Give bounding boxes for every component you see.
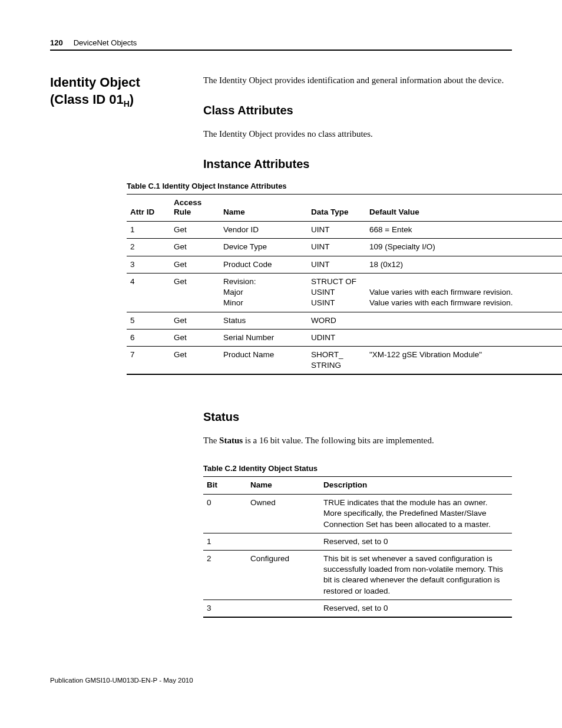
section-title-line2-pre: (Class ID 01 bbox=[50, 92, 124, 107]
table1-caption: Table C.1 Identity Object Instance Attri… bbox=[127, 182, 562, 190]
table-cell: UDINT bbox=[308, 329, 366, 346]
page-number: 120 bbox=[50, 38, 63, 47]
table-cell: Product Code bbox=[220, 256, 308, 273]
table-cell: Vendor ID bbox=[220, 222, 308, 239]
status-text: The Status is a 16 bit value. The follow… bbox=[203, 434, 512, 447]
chapter-title: DeviceNet Objects bbox=[74, 38, 137, 47]
table-cell: 6 bbox=[127, 329, 170, 346]
footer-publication: Publication GMSI10-UM013D-EN-P - May 201… bbox=[50, 677, 512, 684]
table-cell: Get bbox=[170, 239, 220, 256]
section-title-line2-post: ) bbox=[130, 92, 134, 107]
class-attributes-text: The Identity Object provides no class at… bbox=[203, 128, 512, 141]
table1-head-1: Attr ID bbox=[127, 194, 170, 222]
table-cell: Device Type bbox=[220, 239, 308, 256]
table1-head-3: Name bbox=[220, 194, 308, 222]
section-intro: The Identity Object provides identificat… bbox=[203, 74, 512, 87]
table-row: 1GetVendor IDUINT668 = Entek bbox=[127, 222, 562, 239]
table-cell: 18 (0x12) bbox=[366, 256, 562, 273]
table-row: 3Reserved, set to 0 bbox=[203, 599, 512, 617]
table-cell: Get bbox=[170, 273, 220, 312]
table-cell: Serial Number bbox=[220, 329, 308, 346]
table-cell bbox=[366, 312, 562, 329]
table2-caption: Table C.2 Identity Object Status bbox=[203, 464, 512, 473]
table-cell: This bit is set whenever a saved configu… bbox=[320, 550, 512, 599]
table-cell: Get bbox=[170, 329, 220, 346]
table-row: 2ConfiguredThis bit is set whenever a sa… bbox=[203, 550, 512, 599]
status-table: Bit Name Description 0OwnedTRUE indicate… bbox=[203, 476, 512, 618]
table-cell: TRUE indicates that the module has an ow… bbox=[320, 495, 512, 533]
table-cell: 5 bbox=[127, 312, 170, 329]
table-cell: UINT bbox=[308, 256, 366, 273]
table-cell: SHORT_ STRING bbox=[308, 347, 366, 375]
table-cell: UINT bbox=[308, 222, 366, 239]
status-text-pre: The bbox=[203, 436, 219, 445]
table-cell: 0 bbox=[203, 495, 247, 533]
table-cell: UINT bbox=[308, 239, 366, 256]
status-text-bold: Status bbox=[219, 436, 243, 445]
table-row: 4GetRevision: Major MinorSTRUCT OF USINT… bbox=[127, 273, 562, 312]
table-cell: Configured bbox=[247, 550, 320, 599]
instance-attributes-table: Attr ID Access Rule Name Data Type Defau… bbox=[127, 194, 562, 375]
table-cell bbox=[366, 329, 562, 346]
table-cell: 7 bbox=[127, 347, 170, 375]
table-cell: Revision: Major Minor bbox=[220, 273, 308, 312]
table-row: 5GetStatusWORD bbox=[127, 312, 562, 329]
table-cell: 1 bbox=[203, 533, 247, 550]
table-cell bbox=[247, 533, 320, 550]
table-cell: 4 bbox=[127, 273, 170, 312]
table-cell: STRUCT OF USINT USINT bbox=[308, 273, 366, 312]
table-cell: Value varies with each firmware revision… bbox=[366, 273, 562, 312]
section-title: Identity Object (Class ID 01H) bbox=[50, 74, 186, 109]
table-cell: Product Name bbox=[220, 347, 308, 375]
table-cell: "XM-122 gSE Vibration Module" bbox=[366, 347, 562, 375]
table-row: 7GetProduct NameSHORT_ STRING"XM-122 gSE… bbox=[127, 347, 562, 375]
section-title-sub: H bbox=[124, 99, 130, 108]
table-cell: Get bbox=[170, 347, 220, 375]
table-cell bbox=[247, 599, 320, 617]
table-cell: 3 bbox=[203, 599, 247, 617]
table-cell: 668 = Entek bbox=[366, 222, 562, 239]
table-cell: 2 bbox=[203, 550, 247, 599]
table-cell: Get bbox=[170, 256, 220, 273]
table-cell: 2 bbox=[127, 239, 170, 256]
table-cell: Reserved, set to 0 bbox=[320, 599, 512, 617]
table-row: 0OwnedTRUE indicates that the module has… bbox=[203, 495, 512, 533]
table1-head-5: Default Value bbox=[366, 194, 562, 222]
table-cell: 1 bbox=[127, 222, 170, 239]
class-attributes-heading: Class Attributes bbox=[203, 104, 512, 117]
table2-head-2: Name bbox=[247, 477, 320, 495]
table-row: 2GetDevice TypeUINT109 (Specialty I/O) bbox=[127, 239, 562, 256]
table2-head-1: Bit bbox=[203, 477, 247, 495]
section-title-line1: Identity Object bbox=[50, 75, 140, 90]
instance-attributes-heading: Instance Attributes bbox=[203, 157, 512, 171]
table-cell: WORD bbox=[308, 312, 366, 329]
table2-head-3: Description bbox=[320, 477, 512, 495]
table1-head-4: Data Type bbox=[308, 194, 366, 222]
status-text-post: is a 16 bit value. The following bits ar… bbox=[243, 436, 434, 445]
page-header: 120 DeviceNet Objects bbox=[50, 38, 512, 51]
table-row: 3GetProduct CodeUINT18 (0x12) bbox=[127, 256, 562, 273]
status-heading: Status bbox=[203, 410, 512, 424]
table1-head-2: Access Rule bbox=[170, 194, 220, 222]
table-cell: Reserved, set to 0 bbox=[320, 533, 512, 550]
table-row: 6GetSerial NumberUDINT bbox=[127, 329, 562, 346]
table-cell: 109 (Specialty I/O) bbox=[366, 239, 562, 256]
table-row: 1Reserved, set to 0 bbox=[203, 533, 512, 550]
table-cell: Status bbox=[220, 312, 308, 329]
table-cell: Owned bbox=[247, 495, 320, 533]
table-cell: Get bbox=[170, 222, 220, 239]
table-cell: Get bbox=[170, 312, 220, 329]
table-cell: 3 bbox=[127, 256, 170, 273]
